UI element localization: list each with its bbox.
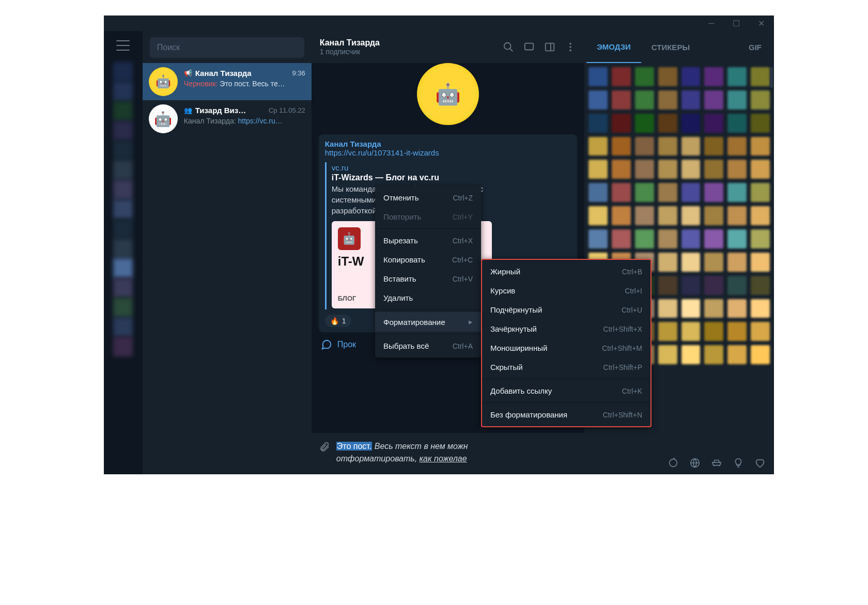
swatch[interactable] <box>727 90 747 110</box>
cat-activity-icon[interactable] <box>689 457 701 469</box>
cat-travel-icon[interactable] <box>711 457 722 469</box>
swatch[interactable] <box>704 322 723 341</box>
swatch[interactable] <box>658 137 677 156</box>
ctx-Форматирование[interactable]: Форматирование▸ <box>375 312 481 332</box>
swatch[interactable] <box>681 276 701 295</box>
swatch[interactable] <box>751 160 770 179</box>
swatch[interactable] <box>612 90 631 110</box>
message-url[interactable]: https://vc.ru/u/1073141-it-wizards <box>325 148 571 157</box>
swatch[interactable] <box>681 345 701 364</box>
swatch[interactable] <box>681 299 701 318</box>
swatch[interactable] <box>658 114 677 133</box>
sidepanel-icon[interactable] <box>544 41 555 53</box>
swatch[interactable] <box>681 67 701 86</box>
swatch[interactable] <box>588 67 608 86</box>
ctx-Подчёркнутый[interactable]: ПодчёркнутыйCtrl+U <box>482 300 650 319</box>
ctx-Копировать[interactable]: КопироватьCtrl+C <box>375 250 481 269</box>
swatch[interactable] <box>704 345 723 364</box>
cat-food-icon[interactable] <box>668 457 679 469</box>
swatch[interactable] <box>704 206 723 225</box>
tab-stickers[interactable]: СТИКЕРЫ <box>641 31 700 63</box>
swatch[interactable] <box>751 229 770 249</box>
swatch[interactable] <box>727 253 747 272</box>
swatch[interactable] <box>588 229 608 249</box>
close-button[interactable]: ✕ <box>753 18 769 29</box>
swatch[interactable] <box>727 67 747 86</box>
swatch[interactable] <box>681 183 701 202</box>
swatch[interactable] <box>635 206 654 225</box>
swatch[interactable] <box>751 67 770 86</box>
swatch[interactable] <box>751 137 770 156</box>
swatch[interactable] <box>588 206 608 225</box>
ctx-Выбрать всё[interactable]: Выбрать всёCtrl+A <box>375 336 481 355</box>
swatch[interactable] <box>727 206 747 225</box>
swatch[interactable] <box>751 345 770 364</box>
ctx-Моноширинный[interactable]: МоноширинныйCtrl+Shift+M <box>482 338 650 358</box>
compose-input[interactable]: Это пост. Весь текст в нем можнотформати… <box>336 440 577 465</box>
swatch[interactable] <box>681 322 701 341</box>
swatch[interactable] <box>727 183 747 202</box>
ctx-Курсив[interactable]: КурсивCtrl+I <box>482 281 650 300</box>
swatch[interactable] <box>658 67 677 86</box>
swatch[interactable] <box>612 67 631 86</box>
swatch[interactable] <box>658 299 677 318</box>
ctx-Удалить[interactable]: Удалить <box>375 288 481 307</box>
swatch[interactable] <box>751 299 770 318</box>
minimize-button[interactable]: ─ <box>704 18 719 29</box>
ctx-Жирный[interactable]: ЖирныйCtrl+B <box>482 262 650 281</box>
ctx-Добавить ссылку[interactable]: Добавить ссылкуCtrl+K <box>482 381 650 400</box>
chat-item[interactable]: 🤖 📢Канал Тизарда 9:36 Черновик: Это пост… <box>143 63 312 100</box>
swatch[interactable] <box>751 276 770 295</box>
swatch[interactable] <box>658 90 677 110</box>
swatch[interactable] <box>751 206 770 225</box>
swatch[interactable] <box>612 114 631 133</box>
swatch[interactable] <box>704 114 723 133</box>
swatch[interactable] <box>658 206 677 225</box>
swatch[interactable] <box>588 114 608 133</box>
swatch[interactable] <box>658 229 677 249</box>
swatch[interactable] <box>704 67 723 86</box>
swatch[interactable] <box>704 276 723 295</box>
swatch[interactable] <box>681 114 701 133</box>
swatch[interactable] <box>681 206 701 225</box>
rail-thumb[interactable] <box>113 337 133 356</box>
rail-thumb[interactable] <box>113 258 133 278</box>
swatch[interactable] <box>635 229 654 249</box>
swatch[interactable] <box>658 322 677 341</box>
ctx-Зачёркнутый[interactable]: ЗачёркнутыйCtrl+Shift+X <box>482 319 650 338</box>
swatch[interactable] <box>727 137 747 156</box>
swatch[interactable] <box>635 90 654 110</box>
swatch[interactable] <box>588 90 608 110</box>
rail-thumb[interactable] <box>113 121 133 141</box>
swatch[interactable] <box>727 322 747 341</box>
cat-objects-icon[interactable] <box>733 457 744 469</box>
tab-gif[interactable]: GIF <box>738 31 772 63</box>
swatch[interactable] <box>727 345 747 364</box>
swatch[interactable] <box>727 276 747 295</box>
swatch[interactable] <box>704 137 723 156</box>
scrollbar[interactable] <box>770 67 773 88</box>
swatch[interactable] <box>612 137 631 156</box>
swatch[interactable] <box>751 183 770 202</box>
tab-emoji[interactable]: ЭМОДЗИ <box>586 31 641 63</box>
swatch[interactable] <box>727 114 747 133</box>
swatch[interactable] <box>751 322 770 341</box>
ctx-Вырезать[interactable]: ВырезатьCtrl+X <box>375 231 481 250</box>
swatch[interactable] <box>704 299 723 318</box>
swatch[interactable] <box>658 276 677 295</box>
swatch[interactable] <box>704 253 723 272</box>
rail-thumb[interactable] <box>113 82 133 101</box>
swatch[interactable] <box>658 160 677 179</box>
rail-thumb[interactable] <box>113 199 133 219</box>
swatch[interactable] <box>704 90 723 110</box>
swatch[interactable] <box>751 114 770 133</box>
swatch[interactable] <box>751 253 770 272</box>
rail-thumb[interactable] <box>113 101 133 121</box>
swatch[interactable] <box>635 183 654 202</box>
more-icon[interactable] <box>565 41 576 53</box>
swatch[interactable] <box>681 90 701 110</box>
swatch[interactable] <box>612 160 631 179</box>
search-input[interactable]: Поиск <box>150 37 304 58</box>
swatch[interactable] <box>681 229 701 249</box>
cat-heart-icon[interactable] <box>754 457 766 469</box>
